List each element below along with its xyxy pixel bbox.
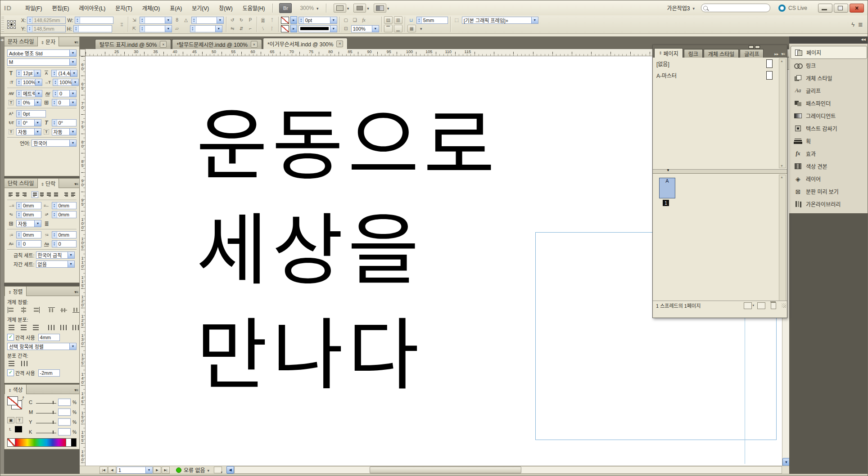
baseline-grid-icon[interactable]: ▦ — [407, 25, 416, 32]
dock-item[interactable]: 페이지 — [791, 46, 867, 59]
align-away-spine-button[interactable] — [70, 191, 77, 198]
dropdown-arrow[interactable] — [69, 90, 76, 97]
spinner[interactable] — [52, 120, 57, 126]
minimize-button[interactable] — [818, 4, 832, 13]
spinner[interactable] — [53, 79, 58, 85]
shadow-icon[interactable]: ▢ — [342, 17, 350, 23]
height-field[interactable] — [73, 25, 112, 32]
tab-align[interactable]: 정렬 — [5, 286, 27, 296]
restore-button[interactable] — [834, 4, 848, 13]
align-left-edges-button[interactable] — [7, 307, 16, 313]
vertical-scale-field[interactable]: 100% — [16, 79, 42, 86]
pages-panel-tab[interactable]: 글리프 — [740, 49, 764, 58]
auto-field-1[interactable]: 자동 — [16, 128, 41, 135]
menu-item[interactable]: 레이아웃(L) — [74, 1, 110, 14]
spinner[interactable] — [17, 79, 22, 85]
dropdown-arrow[interactable] — [531, 17, 538, 23]
spinner[interactable] — [17, 211, 22, 218]
dropdown-arrow[interactable] — [215, 26, 222, 32]
black-swatch[interactable] — [71, 439, 76, 446]
distribute-bottom-edges-button[interactable] — [32, 324, 40, 331]
panel-splitter[interactable] — [653, 170, 787, 174]
grid-count-field[interactable]: 0 — [52, 99, 77, 106]
align-horizontal-centers-button[interactable] — [19, 307, 28, 313]
font-style-field[interactable]: M — [7, 58, 77, 66]
flip-horizontal-icon[interactable]: ⇋ — [229, 25, 236, 32]
page-number-badge[interactable]: 1 — [663, 200, 669, 206]
channel-percent-field[interactable] — [58, 428, 71, 436]
spinner[interactable] — [17, 90, 22, 97]
preflight-status[interactable]: 오류 없음 — [176, 466, 209, 474]
dock-item[interactable]: 색상 견본 — [791, 160, 867, 172]
dock-item[interactable]: 개체 스타일 — [791, 72, 867, 84]
vertical-justify-bottom-icon[interactable]: ▁ — [394, 25, 402, 32]
document-tab[interactable]: 탈무드 표지.indd @ 50% — [95, 39, 171, 49]
swap-fill-stroke-icon[interactable] — [20, 395, 24, 401]
close-tab-icon[interactable] — [336, 40, 343, 47]
next-page-button[interactable] — [153, 467, 161, 474]
menu-item[interactable]: 편집(E) — [47, 1, 74, 14]
space-before-field[interactable]: 0mm — [16, 231, 41, 238]
align-bottom-edges-button[interactable] — [72, 307, 80, 313]
drop-shadow-icon[interactable]: ❏ — [351, 17, 359, 23]
spinner[interactable] — [17, 70, 22, 76]
y-position-field[interactable]: 148,5mm — [27, 25, 66, 32]
effects-fx-icon[interactable]: fx — [360, 17, 368, 23]
spinner[interactable] — [52, 70, 57, 76]
dropdown-arrow[interactable] — [69, 99, 76, 106]
distribute-spacing-field[interactable]: -2mm — [38, 369, 60, 377]
spinner[interactable] — [140, 17, 145, 23]
channel-percent-field[interactable] — [58, 399, 71, 406]
white-swatch[interactable] — [66, 439, 71, 446]
justify-all-button[interactable] — [53, 191, 59, 198]
text-columns-icon[interactable]: ▤ — [384, 16, 393, 24]
stroke-weight-field[interactable]: 0pt — [298, 17, 337, 24]
dock-item[interactable]: 그레이디언트 — [791, 110, 867, 122]
select-content-icon[interactable]: ᛏ — [268, 17, 276, 23]
edit-page-size-icon[interactable] — [744, 302, 752, 309]
dropdown-arrow[interactable] — [165, 26, 172, 32]
master-page-row[interactable]: A-마스터 — [653, 69, 787, 81]
dropdown-arrow[interactable] — [35, 79, 42, 85]
rotate-cw-icon[interactable]: ↻ — [238, 17, 245, 23]
document-tab[interactable]: *탈무드문제시안.indd @ 100% — [172, 39, 262, 49]
x-position-field[interactable]: 148,625mm — [27, 17, 66, 24]
spinner[interactable] — [74, 26, 79, 32]
control-panel-menu-icon[interactable]: ≣ — [858, 21, 863, 28]
spinner[interactable] — [190, 26, 195, 32]
distribute-right-edges-button[interactable] — [72, 324, 80, 331]
auto-field-2[interactable]: 자동 — [52, 128, 77, 135]
scroll-down-button[interactable]: ▼ — [782, 458, 789, 466]
pages-panel-tab[interactable]: 개체 스타일 — [704, 49, 739, 58]
dropcap-lines-field[interactable]: 0 — [16, 240, 41, 247]
horizontal-scrollbar[interactable] — [234, 466, 782, 474]
spinner[interactable] — [192, 17, 197, 23]
channel-slider[interactable] — [36, 420, 56, 424]
v-ruler-numbers[interactable]: 6065707580859095100105110115120125130135… — [80, 56, 86, 466]
mojikumi-field[interactable]: 없음 — [36, 260, 75, 268]
flip-vertical-icon[interactable]: ⇵ — [238, 25, 245, 32]
font-size-field[interactable]: 12pt — [16, 70, 41, 77]
document-tab[interactable]: *이거무슨서체.indd @ 300% — [263, 38, 348, 49]
spinner[interactable] — [27, 17, 32, 23]
chevron-down-icon[interactable] — [367, 5, 369, 11]
spinner[interactable] — [27, 26, 32, 32]
horizontal-scroll-thumb[interactable] — [370, 467, 521, 473]
object-style-field[interactable]: [기본 그래픽 프레임]+ — [462, 17, 538, 24]
horizontal-scale-field[interactable]: 100% — [53, 79, 79, 86]
align-left-button[interactable] — [7, 191, 14, 198]
dock-item[interactable]: 패스파인더 — [791, 97, 867, 109]
workspace-switcher[interactable]: 가은작업3 — [667, 4, 695, 12]
dock-item[interactable]: 글리프 — [791, 85, 867, 97]
view-options-button[interactable] — [334, 4, 346, 13]
panel-menu-icon[interactable] — [74, 40, 78, 45]
tracking-field[interactable]: 0 — [53, 90, 77, 97]
quick-apply-icon[interactable]: ϟ — [851, 21, 854, 28]
dropdown-arrow[interactable] — [68, 252, 74, 258]
dropdown-arrow[interactable] — [330, 26, 337, 32]
tab-paragraph[interactable]: 단락 — [37, 178, 59, 188]
menu-item[interactable]: 문자(T) — [110, 1, 137, 14]
leading-field[interactable]: (14,4pt — [51, 70, 77, 77]
last-color-icon[interactable]: t. — [7, 427, 14, 432]
link-scale-icon[interactable]: 8 — [173, 17, 181, 23]
